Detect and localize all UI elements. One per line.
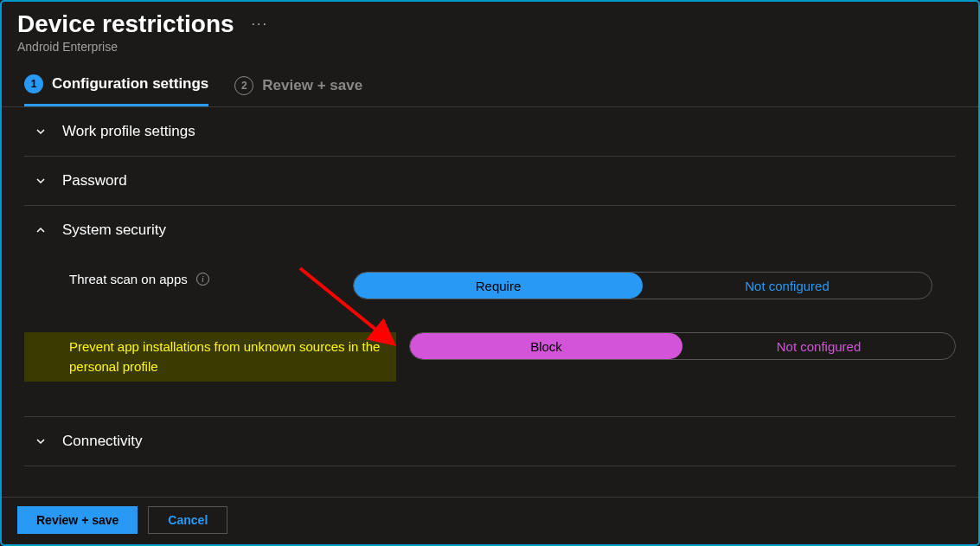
tab-step-number: 2 bbox=[234, 76, 253, 95]
tab-label: Review + save bbox=[262, 77, 362, 94]
setting-label-highlighted: Prevent app installations from unknown s… bbox=[24, 332, 396, 382]
chevron-down-icon bbox=[35, 175, 47, 187]
cancel-button[interactable]: Cancel bbox=[148, 506, 227, 534]
option-block[interactable]: Block bbox=[410, 333, 682, 359]
option-require[interactable]: Require bbox=[354, 273, 643, 299]
toggle-prevent-install: Block Not configured bbox=[409, 332, 956, 360]
review-save-button[interactable]: Review + save bbox=[17, 506, 138, 534]
setting-label-text: Prevent app installations from unknown s… bbox=[69, 337, 388, 376]
tab-review-save[interactable]: 2 Review + save bbox=[234, 74, 362, 106]
setting-threat-scan: Threat scan on apps i Require Not config… bbox=[24, 263, 956, 308]
setting-label: Threat scan on apps i bbox=[24, 272, 353, 286]
info-icon[interactable]: i bbox=[196, 273, 209, 286]
option-not-configured[interactable]: Not configured bbox=[643, 273, 932, 299]
tab-label: Configuration settings bbox=[52, 75, 208, 93]
option-not-configured[interactable]: Not configured bbox=[682, 333, 955, 359]
setting-label-text: Threat scan on apps bbox=[69, 272, 188, 286]
section-system-security[interactable]: System security bbox=[24, 206, 956, 254]
chevron-down-icon bbox=[35, 125, 47, 138]
page-subtitle: Android Enterprise bbox=[17, 40, 963, 54]
tab-step-number: 1 bbox=[24, 74, 43, 93]
tab-configuration-settings[interactable]: 1 Configuration settings bbox=[24, 74, 208, 106]
section-title: Connectivity bbox=[62, 433, 143, 450]
more-menu-icon[interactable]: ··· bbox=[252, 16, 268, 32]
section-title: Work profile settings bbox=[62, 123, 195, 140]
page-title: Device restrictions bbox=[17, 10, 234, 38]
toggle-threat-scan: Require Not configured bbox=[353, 272, 932, 299]
chevron-up-icon bbox=[35, 224, 47, 236]
footer-actions: Review + save Cancel bbox=[2, 497, 978, 544]
section-work-profile[interactable]: Work profile settings bbox=[24, 107, 956, 157]
section-title: System security bbox=[62, 222, 166, 239]
wizard-tabs: 1 Configuration settings 2 Review + save bbox=[2, 59, 978, 107]
chevron-down-icon bbox=[35, 435, 47, 447]
section-password[interactable]: Password bbox=[24, 157, 956, 206]
setting-prevent-install: Prevent app installations from unknown s… bbox=[24, 324, 956, 390]
section-connectivity[interactable]: Connectivity bbox=[24, 417, 956, 466]
section-title: Password bbox=[62, 172, 127, 189]
section-system-security-body: Threat scan on apps i Require Not config… bbox=[24, 254, 956, 417]
